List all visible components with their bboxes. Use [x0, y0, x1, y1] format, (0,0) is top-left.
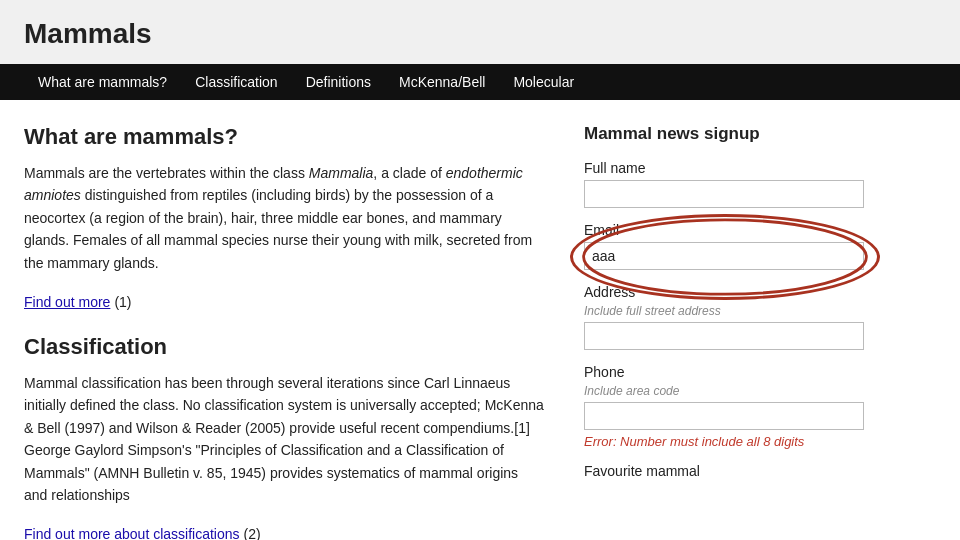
find-out-more-1-link[interactable]: Find out more: [24, 294, 110, 310]
what-are-mammals-text: Mammals are the vertebrates within the c…: [24, 162, 544, 274]
find-out-more-2-container: Find out more about classifications(2): [24, 516, 544, 540]
phone-input[interactable]: [584, 402, 864, 430]
classification-text: Mammal classification has been through s…: [24, 372, 544, 506]
favourite-mammal-group: Favourite mammal: [584, 463, 864, 479]
nav-mckenna[interactable]: McKenna/Bell: [385, 64, 499, 100]
full-name-group: Full name: [584, 160, 864, 208]
address-input[interactable]: [584, 322, 864, 350]
nav-what[interactable]: What are mammals?: [24, 64, 181, 100]
address-label: Address: [584, 284, 864, 300]
address-hint: Include full street address: [584, 304, 864, 318]
full-name-input[interactable]: [584, 180, 864, 208]
email-label: Email: [584, 222, 864, 238]
nav-definitions[interactable]: Definitions: [292, 64, 385, 100]
nav-classification[interactable]: Classification: [181, 64, 291, 100]
phone-label: Phone: [584, 364, 864, 380]
phone-error: Error: Number must include all 8 digits: [584, 434, 864, 449]
phone-group: Phone Include area code Error: Number mu…: [584, 364, 864, 449]
email-group: Email: [584, 222, 864, 270]
signup-heading: Mammal news signup: [584, 124, 864, 144]
nav-bar: What are mammals? Classification Definit…: [0, 64, 960, 100]
email-input[interactable]: [584, 242, 864, 270]
email-input-wrapper: [584, 242, 864, 270]
classification-heading: Classification: [24, 334, 544, 360]
nav-molecular[interactable]: Molecular: [499, 64, 588, 100]
what-are-mammals-heading: What are mammals?: [24, 124, 544, 150]
phone-hint: Include area code: [584, 384, 864, 398]
site-title: Mammals: [24, 18, 936, 50]
right-column: Mammal news signup Full name Email Addre…: [584, 124, 864, 540]
full-name-label: Full name: [584, 160, 864, 176]
address-group: Address Include full street address: [584, 284, 864, 350]
left-column: What are mammals? Mammals are the verteb…: [24, 124, 544, 540]
find-out-more-2-count: (2): [244, 526, 261, 540]
find-out-more-1-container: Find out more(1): [24, 284, 544, 310]
favourite-mammal-label: Favourite mammal: [584, 463, 864, 479]
find-out-more-2-link[interactable]: Find out more about classifications: [24, 526, 240, 540]
site-header: Mammals: [0, 0, 960, 64]
main-content: What are mammals? Mammals are the verteb…: [0, 100, 960, 540]
find-out-more-1-count: (1): [114, 294, 131, 310]
